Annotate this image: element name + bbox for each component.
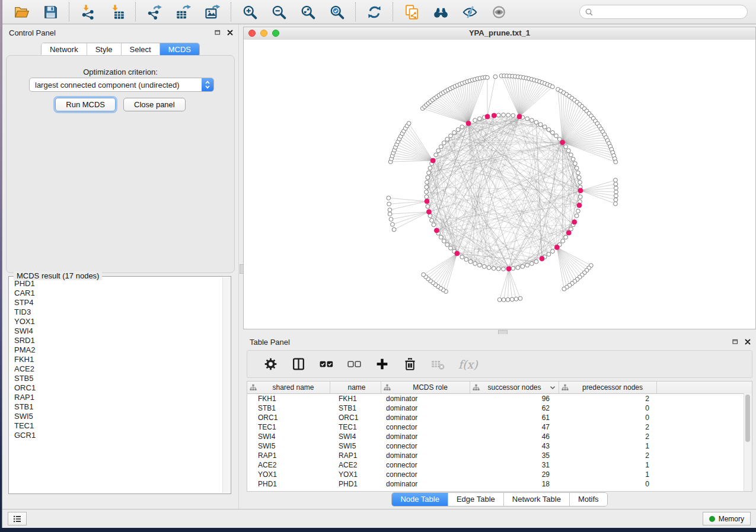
column-header-name[interactable]: name (330, 382, 381, 393)
tab-network[interactable]: Network (42, 43, 87, 56)
table-scrollbar-thumb[interactable] (745, 395, 750, 442)
tab-network-table[interactable]: Network Table (504, 493, 570, 506)
table-cell[interactable]: dominator (381, 432, 470, 441)
table-cell[interactable]: 47 (470, 423, 559, 431)
mcds-result-item[interactable]: STB1 (9, 402, 223, 412)
table-cell[interactable]: 35 (470, 451, 559, 460)
mcds-result-item[interactable]: SWI5 (9, 412, 223, 421)
column-header-successor-nodes[interactable]: successor nodes (470, 382, 559, 393)
delete-column-icon[interactable] (403, 357, 417, 371)
table-cell[interactable]: ACE2 (247, 461, 330, 469)
mcds-result-item[interactable]: PHD1 (9, 279, 223, 289)
tab-select[interactable]: Select (122, 43, 160, 56)
table-cell[interactable]: RAP1 (247, 451, 330, 460)
table-cell[interactable]: 0 (559, 480, 657, 488)
table-cell[interactable]: 1 (559, 442, 657, 450)
mcds-result-item[interactable]: STP4 (9, 298, 223, 307)
window-close-button[interactable] (248, 30, 256, 37)
column-header-predecessor-nodes[interactable]: predecessor nodes (559, 382, 657, 393)
table-row[interactable]: SWI5SWI5connector431 (247, 441, 752, 451)
table-row[interactable]: ORC1ORC1dominator610 (247, 413, 752, 422)
table-cell[interactable]: connector (381, 470, 470, 479)
table-cell[interactable]: SWI4 (330, 432, 381, 441)
table-cell[interactable]: 0 (559, 404, 657, 412)
open-icon[interactable] (11, 2, 32, 22)
table-cell[interactable]: 62 (470, 404, 559, 412)
mcds-result-item[interactable]: FKH1 (9, 355, 223, 364)
table-cell[interactable]: PHD1 (330, 480, 381, 488)
zoom-out-icon[interactable] (269, 2, 289, 22)
table-row[interactable]: TEC1TEC1connector472 (247, 422, 752, 432)
network-canvas[interactable] (244, 40, 755, 329)
export-table-icon[interactable] (173, 2, 194, 22)
float-panel-icon[interactable] (732, 338, 739, 345)
table-cell[interactable]: 61 (470, 414, 559, 422)
float-panel-icon[interactable] (214, 29, 221, 36)
table-cell[interactable]: 18 (470, 480, 559, 488)
import-table-icon[interactable] (107, 2, 127, 22)
tab-motifs[interactable]: Motifs (570, 493, 607, 506)
optimization-criterion-select[interactable]: largest connected component (undirected) (29, 78, 214, 92)
deselect-all-icon[interactable] (347, 357, 362, 371)
table-cell[interactable]: FKH1 (330, 395, 381, 403)
memory-button[interactable]: Memory (703, 512, 751, 525)
window-minimize-button[interactable] (260, 30, 267, 37)
settings-icon[interactable] (263, 357, 278, 371)
table-cell[interactable]: 2 (559, 423, 657, 431)
table-cell[interactable]: dominator (381, 451, 470, 460)
add-column-icon[interactable] (375, 357, 390, 371)
table-cell[interactable]: connector (381, 461, 470, 469)
table-row[interactable]: ACE2ACE2connector311 (247, 460, 752, 470)
export-image-icon[interactable] (202, 2, 223, 22)
refresh-icon[interactable] (364, 2, 385, 22)
table-cell[interactable]: connector (381, 442, 470, 450)
close-panel-button[interactable]: Close panel (123, 98, 186, 111)
zoom-fit-icon[interactable] (298, 2, 318, 22)
table-cell[interactable]: TEC1 (330, 423, 381, 431)
mcds-result-scrollbar[interactable] (222, 277, 230, 493)
table-cell[interactable]: 0 (559, 414, 657, 422)
table-cell[interactable]: ACE2 (330, 461, 381, 469)
table-cell[interactable]: 31 (470, 461, 559, 469)
table-cell[interactable]: SWI4 (247, 432, 330, 441)
export-network-icon[interactable] (144, 2, 165, 22)
mcds-result-item[interactable]: GCR1 (9, 431, 223, 440)
table-cell[interactable]: 29 (470, 470, 559, 479)
tab-style[interactable]: Style (87, 43, 122, 56)
table-cell[interactable]: STB1 (247, 404, 330, 412)
mcds-result-item[interactable]: CAR1 (9, 289, 223, 298)
hide-selected-icon[interactable] (460, 2, 480, 22)
show-all-icon[interactable] (489, 2, 509, 22)
save-icon[interactable] (40, 2, 61, 22)
mcds-result-item[interactable]: ACE2 (9, 364, 223, 374)
tab-edge-table[interactable]: Edge Table (448, 493, 504, 506)
mcds-result-item[interactable]: STB5 (9, 374, 223, 383)
table-cell[interactable]: 2 (559, 432, 657, 441)
search-input[interactable] (596, 7, 742, 17)
mcds-result-item[interactable]: RAP1 (9, 393, 223, 402)
table-cell[interactable]: PHD1 (247, 480, 330, 488)
zoom-selected-icon[interactable] (327, 2, 347, 22)
mcds-result-item[interactable]: PMA2 (9, 345, 223, 355)
table-row[interactable]: SWI4SWI4dominator462 (247, 432, 752, 441)
table-cell[interactable]: dominator (381, 395, 470, 403)
table-row[interactable]: RAP1RAP1dominator352 (247, 451, 752, 460)
table-cell[interactable]: 2 (559, 451, 657, 460)
table-row[interactable]: STB1STB1dominator620 (247, 403, 752, 413)
close-panel-icon[interactable] (744, 338, 751, 345)
table-row[interactable]: PHD1PHD1dominator180 (247, 479, 752, 489)
table-cell[interactable]: YOX1 (330, 470, 381, 479)
table-cell[interactable]: YOX1 (247, 470, 330, 479)
table-cell[interactable]: dominator (381, 404, 470, 412)
table-row[interactable]: FKH1FKH1dominator962 (247, 394, 752, 403)
new-network-from-selection-icon[interactable] (401, 2, 422, 22)
mcds-result-item[interactable]: TEC1 (9, 421, 223, 431)
run-mcds-button[interactable]: Run MCDS (55, 98, 116, 111)
mcds-result-item[interactable]: TID3 (9, 307, 223, 317)
mcds-result-item[interactable]: SWI4 (9, 326, 223, 336)
table-cell[interactable]: dominator (381, 480, 470, 488)
table-cell[interactable]: connector (381, 423, 470, 431)
network-graph[interactable] (244, 40, 756, 329)
mcds-result-item[interactable]: ORC1 (9, 383, 223, 393)
table-cell[interactable]: SWI5 (247, 442, 330, 450)
